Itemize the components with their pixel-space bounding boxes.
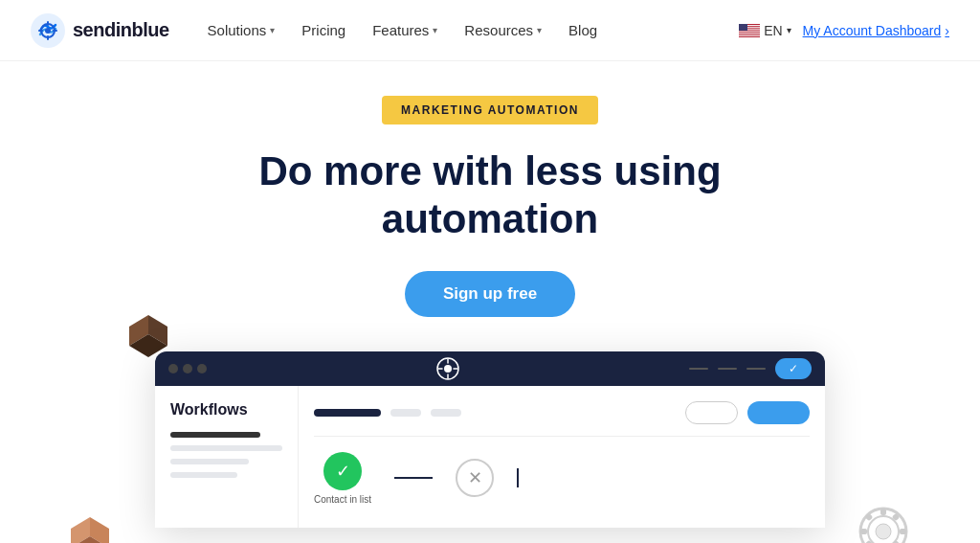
- chevron-down-icon: ▾: [787, 25, 791, 35]
- browser-actions: ✓: [689, 358, 812, 379]
- decoration-gear-right: [858, 507, 908, 543]
- contact-label: Contact in list: [314, 494, 371, 505]
- browser-action-line-3: [746, 368, 766, 370]
- language-selector[interactable]: EN ▾: [739, 23, 791, 38]
- svg-rect-12: [739, 33, 760, 34]
- hero-section: MARKETING AUTOMATION Do more with less u…: [0, 61, 980, 528]
- nav-resources[interactable]: Resources ▾: [464, 22, 542, 38]
- chevron-down-icon: ▾: [433, 25, 437, 35]
- chevron-down-icon: ▾: [270, 25, 275, 35]
- connector-vertical: [517, 468, 519, 487]
- arrow-icon: ›: [945, 23, 949, 38]
- browser-dots: [168, 364, 207, 373]
- sidebar-title: Workflows: [170, 401, 282, 419]
- logo-text: sendinblue: [73, 19, 169, 41]
- nav-pricing[interactable]: Pricing: [301, 22, 345, 38]
- toolbar-row: [314, 401, 810, 437]
- nav-links: Solutions ▾ Pricing Features ▾ Resources…: [208, 22, 740, 38]
- workflow-node-contact: ✓ Contact in list: [314, 452, 371, 505]
- navbar: sendinblue Solutions ▾ Pricing Features …: [0, 0, 980, 61]
- svg-rect-26: [860, 529, 867, 534]
- svg-point-2: [45, 28, 51, 34]
- account-dashboard-link[interactable]: My Account Dashboard ›: [803, 23, 949, 38]
- browser-action-line-2: [718, 368, 737, 370]
- main-panel: ✓ Contact in list ✕: [299, 386, 825, 528]
- signup-button[interactable]: Sign up free: [405, 271, 575, 317]
- chevron-down-icon: ▾: [537, 25, 542, 35]
- sendinblue-logo-icon: [31, 13, 65, 48]
- svg-rect-24: [880, 509, 886, 515]
- contact-check-circle: ✓: [323, 452, 362, 490]
- flag-icon: [739, 24, 760, 37]
- workflow-node-x: ✕: [456, 459, 494, 497]
- browser-mockup: ✓ Workflows: [155, 351, 825, 528]
- toolbar-item-light-2: [431, 409, 461, 417]
- connector-line: [394, 477, 433, 479]
- check-icon: ✓: [789, 362, 798, 375]
- svg-rect-13: [739, 34, 760, 35]
- nav-right: EN ▾ My Account Dashboard ›: [739, 23, 949, 38]
- browser-logo: [214, 357, 681, 380]
- toolbar-item-dark: [314, 409, 381, 417]
- browser-toolbar: ✓: [155, 351, 825, 386]
- sidebar-item-4: [170, 472, 237, 478]
- toolbar-outline-btn: [685, 401, 738, 424]
- hero-title: Do more with less using automation: [241, 147, 739, 244]
- connector-horizontal: [394, 477, 433, 479]
- browser-dot-3: [197, 364, 207, 373]
- browser-content: Workflows: [155, 386, 825, 528]
- svg-point-23: [876, 524, 891, 539]
- svg-rect-11: [739, 31, 760, 32]
- browser-sendinblue-icon: [436, 357, 459, 380]
- workflow-diagram: ✓ Contact in list ✕: [314, 452, 810, 505]
- nav-features[interactable]: Features ▾: [372, 22, 437, 38]
- svg-rect-14: [739, 24, 747, 31]
- logo[interactable]: sendinblue: [31, 13, 169, 48]
- vertical-line: [517, 468, 519, 487]
- sidebar-item-2: [170, 445, 282, 451]
- sidebar-panel: Workflows: [155, 386, 299, 528]
- nav-blog[interactable]: Blog: [568, 22, 597, 38]
- decoration-cube-bottom-left: [65, 511, 115, 543]
- browser-action-line-1: [689, 368, 708, 370]
- nav-solutions[interactable]: Solutions ▾: [208, 22, 276, 38]
- sidebar-item-3: [170, 459, 249, 464]
- category-badge: MARKETING AUTOMATION: [382, 96, 598, 124]
- toolbar-blue-btn: [747, 401, 810, 424]
- browser-dot-2: [183, 364, 192, 373]
- toolbar-item-light-1: [390, 409, 421, 417]
- browser-mockup-container: ✓ Workflows: [155, 351, 825, 528]
- svg-rect-27: [900, 529, 906, 534]
- sidebar-item-1: [170, 432, 260, 438]
- svg-point-33: [444, 365, 452, 373]
- browser-confirm-button: ✓: [775, 358, 812, 379]
- browser-dot-1: [168, 364, 178, 373]
